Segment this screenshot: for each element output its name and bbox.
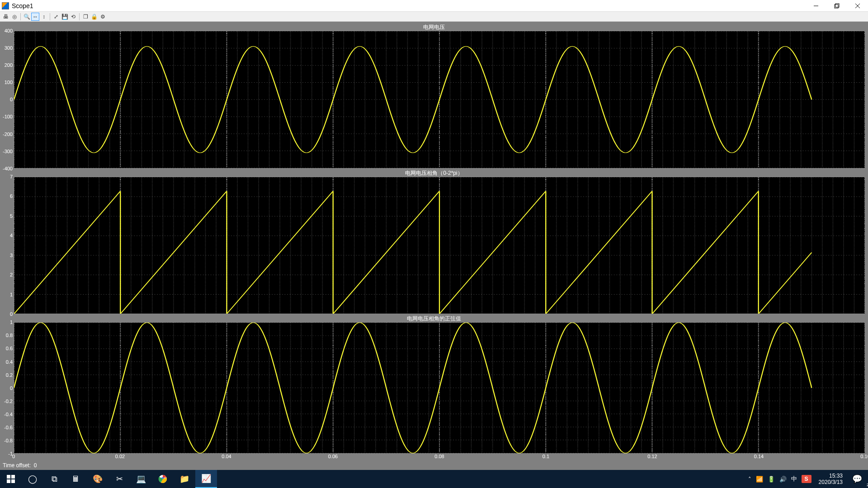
toolbar-separator xyxy=(79,13,80,20)
ytick-label: -0.8 xyxy=(4,438,13,443)
minimize-button[interactable] xyxy=(806,0,826,12)
ytick-label: 1 xyxy=(10,292,13,297)
plot-1: 电网电压 -400-300-200-1000100200300400 xyxy=(3,23,865,169)
taskbar-snip[interactable]: ✂ xyxy=(108,470,130,488)
plot-1-axes[interactable] xyxy=(14,31,865,169)
plot-2-title: 电网电压相角（0-2*pi） xyxy=(3,169,865,177)
signal-select-button[interactable]: ⚙ xyxy=(99,13,107,21)
ime-lang[interactable]: 中 xyxy=(791,475,797,483)
shared-xticks: 00.020.040.060.080.10.120.140.16 xyxy=(14,454,865,460)
volume-icon[interactable]: 🔊 xyxy=(779,476,787,483)
ytick-label: 5 xyxy=(10,213,13,219)
ytick-label: 6 xyxy=(10,193,13,199)
scope-toolbar: 🖶 ◎ 🔍 ↔ ↕ ⤢ 💾 ⟲ ❐ 🔒 ⚙ xyxy=(0,12,868,22)
ytick-label: -0.2 xyxy=(4,399,13,404)
ytick-label: 0 xyxy=(10,311,13,317)
toolbar-separator xyxy=(20,13,21,20)
ytick-label: 0.6 xyxy=(6,346,13,351)
close-button[interactable] xyxy=(847,0,868,12)
plot-3-axes[interactable] xyxy=(14,322,865,454)
taskbar-clock[interactable]: 15:33 2020/3/13 xyxy=(815,471,846,487)
parameters-button[interactable]: ◎ xyxy=(10,13,19,21)
battery-icon[interactable]: 🔋 xyxy=(768,476,775,483)
notifications-button[interactable]: 💬2 xyxy=(846,470,868,488)
xtick-label: 0.16 xyxy=(860,454,868,459)
zoom-x-button[interactable]: ↔ xyxy=(31,13,39,21)
time-offset-value: 0 xyxy=(34,462,37,469)
lock-axes-button[interactable]: 🔒 xyxy=(90,13,98,21)
xtick-label: 0.02 xyxy=(115,454,125,459)
plot-3-yticks: -1-0.8-0.6-0.4-0.200.20.40.60.81 xyxy=(3,322,14,454)
windows-taskbar: ◯ ⧉ 🖩 🎨 ✂ 💻 📁 📈 ˄ 📶 🔋 🔊 中 S 15:33 2020/3… xyxy=(0,470,868,488)
save-settings-button[interactable]: 💾 xyxy=(61,13,69,21)
window-title: Scope1 xyxy=(12,2,33,9)
taskbar-chrome[interactable] xyxy=(152,470,174,488)
float-button[interactable]: ❐ xyxy=(81,13,90,21)
zoom-button[interactable]: 🔍 xyxy=(23,13,31,21)
svg-rect-304 xyxy=(11,475,15,479)
ytick-label: -300 xyxy=(3,149,13,154)
plot-3-title: 电网电压相角的正弦值 xyxy=(3,315,865,322)
xtick-label: 0.06 xyxy=(328,454,338,459)
ytick-label: 200 xyxy=(5,62,13,68)
taskbar-calculator[interactable]: 🖩 xyxy=(65,470,87,488)
plot-2-yticks: 01234567 xyxy=(3,177,14,314)
ytick-label: 400 xyxy=(5,28,13,33)
ytick-label: 0 xyxy=(10,97,13,102)
tray-expand-icon[interactable]: ˄ xyxy=(748,476,751,483)
zoom-y-button[interactable]: ↕ xyxy=(40,13,48,21)
ytick-label: -200 xyxy=(3,131,13,137)
autoscale-button[interactable]: ⤢ xyxy=(52,13,60,21)
ytick-label: 0.4 xyxy=(6,359,13,365)
ytick-label: 4 xyxy=(10,233,13,238)
taskbar-explorer[interactable]: 📁 xyxy=(174,470,195,488)
ytick-label: -400 xyxy=(3,166,13,171)
print-button[interactable]: 🖶 xyxy=(2,13,10,21)
cortana-button[interactable]: ◯ xyxy=(22,470,43,488)
ytick-label: 7 xyxy=(10,174,13,179)
xtick-label: 0 xyxy=(12,454,15,459)
clock-time: 15:33 xyxy=(819,473,843,479)
taskbar-matlab[interactable]: 📈 xyxy=(195,470,217,488)
ytick-label: 0 xyxy=(10,385,13,391)
ytick-label: -0.6 xyxy=(4,425,13,430)
restore-axes-button[interactable]: ⟲ xyxy=(69,13,77,21)
clock-date: 2020/3/13 xyxy=(819,479,843,485)
maximize-button[interactable] xyxy=(826,0,847,12)
svg-rect-1 xyxy=(835,5,838,8)
ytick-label: -0.4 xyxy=(4,412,13,417)
plot-1-title: 电网电压 xyxy=(3,23,865,31)
ytick-label: 1 xyxy=(10,319,13,325)
svg-rect-2 xyxy=(835,4,839,7)
ytick-label: 0.2 xyxy=(6,372,13,378)
wifi-icon[interactable]: 📶 xyxy=(756,476,763,483)
svg-rect-306 xyxy=(11,479,15,483)
ytick-label: -100 xyxy=(3,114,13,119)
xtick-label: 0.04 xyxy=(222,454,231,459)
app-icon xyxy=(2,2,9,9)
titlebar: Scope1 xyxy=(0,0,868,12)
time-offset-label: Time offset: xyxy=(3,462,31,469)
svg-rect-303 xyxy=(7,475,10,479)
ytick-label: 100 xyxy=(5,80,13,85)
ytick-label: 3 xyxy=(10,253,13,258)
plot-2: 电网电压相角（0-2*pi） 01234567 xyxy=(3,169,865,314)
plot-2-axes[interactable] xyxy=(14,177,865,314)
plot-3: 电网电压相角的正弦值 -1-0.8-0.6-0.4-0.200.20.40.60… xyxy=(3,315,865,460)
start-button[interactable] xyxy=(0,470,22,488)
taskview-button[interactable]: ⧉ xyxy=(43,470,65,488)
toolbar-separator xyxy=(50,13,50,20)
system-tray: ˄ 📶 🔋 🔊 中 S xyxy=(745,475,815,483)
taskbar-thispc[interactable]: 💻 xyxy=(130,470,152,488)
plot-1-yticks: -400-300-200-1000100200300400 xyxy=(3,31,14,169)
ytick-label: 0.8 xyxy=(6,333,13,338)
xtick-label: 0.12 xyxy=(647,454,657,459)
ytick-label: 300 xyxy=(5,45,13,51)
xtick-label: 0.1 xyxy=(542,454,549,459)
taskbar-paint[interactable]: 🎨 xyxy=(87,470,108,488)
ime-sogou-icon[interactable]: S xyxy=(802,475,811,483)
status-bar: Time offset: 0 xyxy=(0,461,868,470)
svg-rect-305 xyxy=(7,479,10,483)
xtick-label: 0.08 xyxy=(434,454,444,459)
xtick-label: 0.14 xyxy=(754,454,764,459)
